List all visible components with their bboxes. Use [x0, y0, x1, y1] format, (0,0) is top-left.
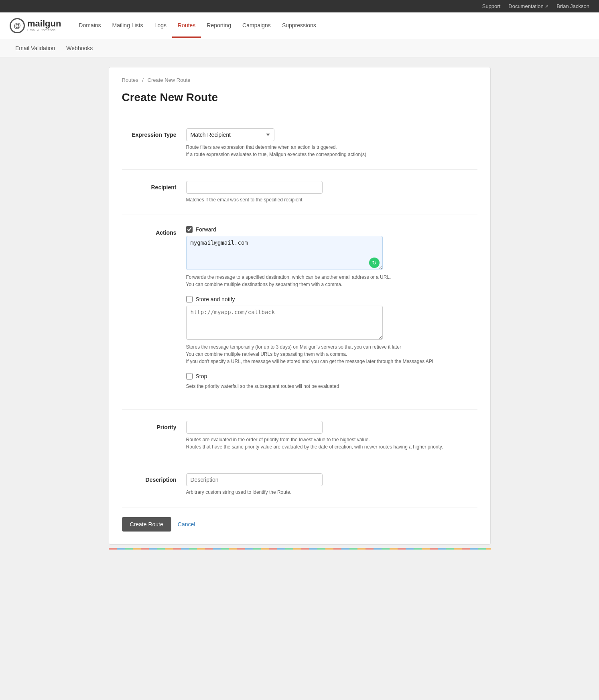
- subnav-email-validation[interactable]: Email Validation: [10, 39, 61, 57]
- recipient-section: Recipient mybusinessemail@domain.com Mat…: [122, 169, 477, 215]
- description-label: Description: [122, 473, 186, 483]
- priority-field: 0 Routes are evaluated in the order of p…: [186, 421, 477, 450]
- stop-checkbox[interactable]: [186, 373, 193, 379]
- nav-item-reporting[interactable]: Reporting: [201, 14, 237, 38]
- forward-textarea[interactable]: mygmail@gmail.com: [186, 236, 383, 270]
- actions-section: Actions Forward mygmail@gmail.com ↻: [122, 215, 477, 409]
- support-link[interactable]: Support: [482, 3, 501, 9]
- actions-row: Actions Forward mygmail@gmail.com ↻: [122, 226, 477, 398]
- logo-name: mailgun: [27, 18, 61, 28]
- expression-type-label: Expression Type: [122, 128, 186, 138]
- recipient-label: Recipient: [122, 181, 186, 191]
- expression-type-field: Match Recipient Match Sender Match Heade…: [186, 128, 477, 158]
- main-header: @ mailgun Email Automation Domains Maili…: [0, 12, 599, 39]
- store-group: Store and notify Stores the message temp…: [186, 296, 477, 365]
- main-nav: Domains Mailing Lists Logs Routes Report…: [73, 14, 321, 38]
- forward-checkbox-row: Forward: [186, 226, 477, 233]
- priority-label: Priority: [122, 421, 186, 430]
- stop-help: Sets the priority waterfall so the subse…: [186, 383, 477, 390]
- description-row: Description Arbitrary custom string used…: [122, 473, 477, 496]
- nav-item-routes[interactable]: Routes: [172, 14, 201, 38]
- store-label: Store and notify: [196, 296, 235, 302]
- external-link-icon: ↗: [545, 4, 548, 9]
- priority-input[interactable]: 0: [186, 421, 323, 434]
- expression-type-select[interactable]: Match Recipient Match Sender Match Heade…: [186, 128, 274, 141]
- actions-label: Actions: [122, 226, 186, 236]
- breadcrumb: Routes / Create New Route: [122, 77, 477, 83]
- forward-textarea-wrapper: mygmail@gmail.com ↻: [186, 236, 383, 271]
- logo-sub: Email Automation: [27, 28, 61, 32]
- page-title: Create New Route: [122, 91, 477, 104]
- logo[interactable]: @ mailgun Email Automation: [10, 12, 61, 39]
- store-checkbox-row: Store and notify: [186, 296, 477, 302]
- forward-checkbox[interactable]: [186, 226, 193, 233]
- logo-icon: @: [10, 18, 25, 33]
- nav-item-mailing-lists[interactable]: Mailing Lists: [107, 14, 149, 38]
- cancel-button[interactable]: Cancel: [178, 521, 195, 528]
- breadcrumb-current: Create New Route: [148, 77, 191, 83]
- recipient-input[interactable]: mybusinessemail@domain.com: [186, 181, 323, 194]
- refresh-icon[interactable]: ↻: [369, 258, 380, 268]
- expression-type-section: Expression Type Match Recipient Match Se…: [122, 117, 477, 169]
- subnav-webhooks[interactable]: Webhooks: [61, 39, 98, 57]
- nav-item-domains[interactable]: Domains: [73, 14, 106, 38]
- description-help: Arbitrary custom string used to identify…: [186, 489, 477, 496]
- form-actions: Create Route Cancel: [122, 507, 477, 532]
- forward-label: Forward: [196, 226, 216, 233]
- create-route-button[interactable]: Create Route: [122, 517, 171, 532]
- description-input[interactable]: [186, 473, 323, 486]
- expression-type-help: Route filters are expression that determ…: [186, 144, 477, 158]
- actions-field: Forward mygmail@gmail.com ↻ Forwards the…: [186, 226, 477, 398]
- forward-group: Forward mygmail@gmail.com ↻ Forwards the…: [186, 226, 477, 288]
- store-checkbox[interactable]: [186, 296, 193, 302]
- breadcrumb-separator: /: [142, 77, 144, 83]
- store-textarea[interactable]: [186, 306, 383, 340]
- priority-help: Routes are evaluated in the order of pri…: [186, 436, 477, 450]
- top-bar: Support Documentation ↗ Brian Jackson: [0, 0, 599, 12]
- priority-row: Priority 0 Routes are evaluated in the o…: [122, 421, 477, 450]
- main-card: Routes / Create New Route Create New Rou…: [109, 67, 491, 545]
- stop-group: Stop Sets the priority waterfall so the …: [186, 373, 477, 390]
- recipient-field: mybusinessemail@domain.com Matches if th…: [186, 181, 477, 203]
- stop-checkbox-row: Stop: [186, 373, 477, 379]
- user-name: Brian Jackson: [556, 3, 589, 9]
- recipient-row: Recipient mybusinessemail@domain.com Mat…: [122, 181, 477, 203]
- description-section: Description Arbitrary custom string used…: [122, 462, 477, 507]
- priority-section: Priority 0 Routes are evaluated in the o…: [122, 409, 477, 462]
- store-help: Stores the message temporarily (for up t…: [186, 343, 477, 365]
- breadcrumb-routes-link[interactable]: Routes: [122, 77, 138, 83]
- nav-item-logs[interactable]: Logs: [149, 14, 172, 38]
- nav-item-suppressions[interactable]: Suppressions: [276, 14, 322, 38]
- forward-help: Forwards the message to a specified dest…: [186, 274, 477, 288]
- description-field: Arbitrary custom string used to identify…: [186, 473, 477, 496]
- content-wrapper: Routes / Create New Route Create New Rou…: [99, 57, 500, 559]
- documentation-link[interactable]: Documentation ↗: [508, 3, 548, 9]
- bottom-dashes-decoration: [109, 548, 491, 550]
- expression-type-row: Expression Type Match Recipient Match Se…: [122, 128, 477, 158]
- stop-label: Stop: [196, 373, 207, 379]
- recipient-help: Matches if the email was sent to the spe…: [186, 196, 477, 203]
- sub-nav: Email Validation Webhooks: [0, 39, 599, 57]
- nav-item-campaigns[interactable]: Campaigns: [237, 14, 276, 38]
